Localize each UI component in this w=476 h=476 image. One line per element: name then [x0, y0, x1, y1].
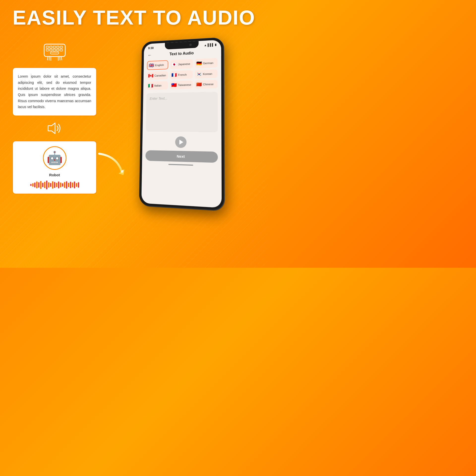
wave-bar-19: [68, 183, 69, 187]
svg-rect-9: [57, 49, 59, 51]
svg-line-13: [49, 57, 49, 60]
flag-french: 🇫🇷: [172, 73, 177, 77]
lang-btn-italian[interactable]: 🇮🇹Italian: [147, 81, 168, 90]
flag-canadian: 🇨🇦: [148, 74, 153, 78]
svg-rect-7: [50, 49, 52, 51]
svg-rect-4: [57, 46, 59, 48]
flag-korean: 🇰🇷: [196, 72, 202, 76]
wave-bar-15: [60, 182, 61, 187]
wave-bar-1: [32, 183, 33, 187]
left-panel: Lorem ipsum dolor sit amet, consectetur …: [10, 35, 99, 194]
svg-rect-10: [60, 49, 62, 51]
lang-name-italian: Italian: [154, 84, 161, 87]
wave-bar-9: [48, 182, 49, 188]
flag-english: 🇬🇧: [149, 63, 154, 68]
flag-japanese: 🇯🇵: [172, 62, 177, 67]
wave-bar-24: [78, 182, 79, 188]
phone-screen: 9:30 ▲ ▌▌▌ ▮ ← Text to Audio 🇬🇧English�: [141, 40, 222, 208]
text-input-area[interactable]: Enter Text...: [146, 92, 218, 132]
svg-line-16: [60, 57, 60, 60]
lang-name-english: English: [155, 63, 164, 67]
lang-name-chinese: Chinese: [203, 83, 213, 86]
wave-bar-7: [44, 182, 45, 188]
wave-bar-11: [52, 181, 53, 189]
robot-circle: 🤖: [43, 146, 66, 170]
wave-bar-21: [72, 182, 73, 187]
svg-rect-6: [46, 49, 49, 51]
svg-rect-8: [53, 49, 56, 51]
flag-chinese: 🇨🇳: [196, 82, 202, 87]
play-button[interactable]: [175, 136, 186, 148]
wave-bar-20: [70, 182, 71, 188]
robot-label: Robot: [49, 173, 60, 177]
speaker-icon-wrap: [45, 121, 64, 136]
wave-bar-18: [66, 181, 67, 189]
flag-german: 🇩🇪: [196, 61, 202, 66]
lang-btn-german[interactable]: 🇩🇪German: [195, 58, 217, 68]
battery-icon: ▮: [215, 43, 216, 46]
text-placeholder: Enter Text...: [150, 96, 168, 101]
svg-line-12: [47, 57, 48, 60]
app-title: Text to Audio: [169, 51, 194, 56]
lang-name-canadian: Canadian: [154, 74, 166, 77]
wave-bar-13: [56, 183, 57, 187]
svg-rect-2: [50, 46, 52, 48]
phone-outer: 9:30 ▲ ▌▌▌ ▮ ← Text to Audio 🇬🇧English�: [139, 37, 224, 211]
camera-dot: [189, 44, 192, 46]
lang-btn-french[interactable]: 🇫🇷French: [170, 70, 193, 79]
lang-btn-japanese[interactable]: 🇯🇵Japanese: [170, 59, 193, 69]
speaker-icon: [46, 121, 63, 135]
lang-btn-english[interactable]: 🇬🇧English: [147, 60, 168, 70]
signal-icon: ▌▌▌: [208, 43, 214, 47]
svg-rect-1: [46, 46, 49, 48]
flag-italian: 🇮🇹: [148, 84, 153, 88]
page-title: EASILY TEXT TO AUDIO: [10, 7, 258, 28]
arrow-indicator: [97, 151, 129, 179]
phone-mockup-wrap: 9:30 ▲ ▌▌▌ ▮ ← Text to Audio 🇬🇧English�: [104, 35, 258, 206]
language-grid: 🇬🇧English🇯🇵Japanese🇩🇪German🇨🇦Canadian🇫🇷F…: [143, 56, 221, 92]
flag-taiwanese: 🇹🇼: [171, 83, 177, 87]
wave-bar-0: [30, 184, 31, 186]
svg-point-21: [122, 170, 123, 171]
main-content: Lorem ipsum dolor sit amet, consectetur …: [10, 35, 258, 256]
keyboard-icon: [43, 42, 66, 61]
wave-bar-16: [62, 183, 63, 187]
lang-btn-canadian[interactable]: 🇨🇦Canadian: [147, 71, 168, 80]
wave-bar-12: [54, 182, 55, 188]
lang-btn-taiwanese[interactable]: 🇹🇼Taiwanese: [170, 81, 193, 89]
svg-rect-3: [53, 46, 56, 48]
lang-name-taiwanese: Taiwanese: [178, 83, 191, 87]
wave-bar-2: [34, 182, 35, 187]
lang-name-japanese: Japanese: [178, 62, 190, 66]
wave-bar-8: [46, 180, 47, 189]
status-time: 9:30: [148, 46, 154, 50]
wave-bar-14: [58, 181, 59, 188]
wave-bar-17: [64, 182, 65, 188]
wave-bar-10: [50, 183, 51, 187]
home-indicator: [168, 164, 193, 166]
status-icons: ▲ ▌▌▌ ▮: [204, 43, 217, 47]
wifi-icon: ▲: [204, 43, 207, 47]
svg-line-17: [61, 57, 62, 60]
next-button[interactable]: Next: [145, 150, 218, 163]
page-container: EASILY TEXT TO AUDIO: [0, 0, 268, 268]
play-button-wrap: [142, 133, 221, 151]
lang-btn-chinese[interactable]: 🇨🇳Chinese: [195, 80, 218, 89]
wave-bar-6: [42, 183, 43, 187]
wave-bar-4: [38, 182, 39, 188]
svg-rect-11: [50, 52, 59, 54]
lorem-text-box: Lorem ipsum dolor sit amet, consectetur …: [12, 67, 97, 116]
lang-name-german: German: [203, 61, 213, 65]
audio-waveform: [30, 180, 79, 190]
lang-name-korean: Korean: [203, 72, 212, 76]
back-button[interactable]: ←: [148, 53, 152, 58]
lang-btn-korean[interactable]: 🇰🇷Korean: [195, 69, 218, 79]
svg-rect-5: [60, 46, 62, 48]
lorem-text: Lorem ipsum dolor sit amet, consectetur …: [18, 73, 91, 110]
svg-marker-18: [48, 123, 55, 134]
lang-name-french: French: [178, 73, 187, 76]
robot-box: 🤖 Robot: [12, 141, 97, 194]
keyboard-icon-wrap: [41, 40, 68, 62]
wave-bar-22: [74, 181, 75, 188]
wave-bar-5: [40, 181, 41, 189]
